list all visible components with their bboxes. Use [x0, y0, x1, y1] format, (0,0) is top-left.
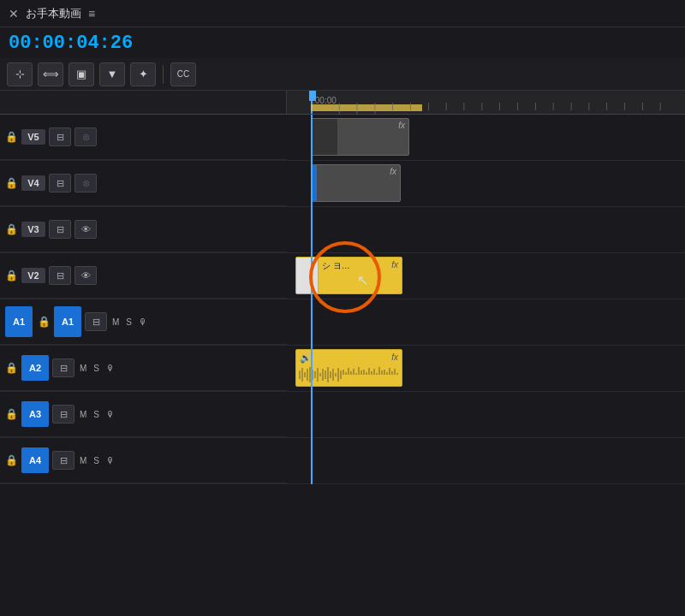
mute-btn-a4[interactable]: M — [78, 456, 88, 465]
track-label-a2: A2 — [21, 355, 49, 381]
eye-icon-v4: ⊗ — [82, 178, 90, 189]
playhead-line-a1 — [311, 299, 313, 346]
clip-thumb-v2 — [296, 258, 319, 293]
track-label-v5: V5 — [21, 129, 45, 145]
track-header-a1: A1 🔒 A1 ⊟ M S 🎙 — [0, 299, 287, 345]
track-header-v5: 🔒 V5 ⊟ ⊗ — [0, 115, 287, 160]
camera-btn-a2[interactable]: ⊟ — [52, 358, 74, 377]
eye-btn-v2[interactable]: 👁 — [74, 266, 97, 285]
flag-icon: ▼ — [107, 68, 118, 80]
track-row-v3: 🔒 V3 ⊟ 👁 — [0, 207, 685, 253]
playhead-line-a3 — [311, 392, 313, 438]
track-content-a2: 🔊 fx — [287, 346, 685, 391]
lock-icon-v5[interactable]: 🔒 — [5, 131, 18, 143]
title-bar: ✕ お手本動画 ≡ — [0, 0, 685, 27]
razor-tool-button[interactable]: ▣ — [68, 62, 94, 86]
solo-btn-a1[interactable]: S — [124, 317, 134, 327]
lock-icon-v2[interactable]: 🔒 — [5, 270, 18, 281]
camera-btn-v5[interactable]: ⊟ — [49, 127, 71, 146]
clip-v4[interactable]: fx — [311, 164, 401, 202]
timecode-display[interactable]: 00:00:04:26 — [9, 33, 133, 54]
camera-btn-v3[interactable]: ⊟ — [49, 220, 71, 239]
eye-btn-v5[interactable]: ⊗ — [74, 127, 97, 146]
solo-btn-a2[interactable]: S — [92, 364, 101, 373]
mic-btn-a2[interactable]: 🎙 — [104, 364, 116, 373]
wrench-tool-button[interactable]: ✦ — [130, 62, 156, 86]
eye-btn-v4[interactable]: ⊗ — [74, 174, 97, 192]
clip-v2[interactable]: シ ヨ… fx — [295, 257, 402, 294]
camera-icon-a4: ⊟ — [60, 455, 68, 466]
track-content-a1 — [287, 299, 685, 345]
solo-btn-a4[interactable]: S — [92, 456, 101, 465]
track-content-v3 — [287, 207, 685, 252]
lock-icon-v4[interactable]: 🔒 — [5, 177, 18, 189]
camera-icon-v5: ⊟ — [57, 132, 64, 143]
track-header-v2: 🔒 V2 ⊟ 👁 — [0, 253, 287, 299]
clip-fx-a2: fx — [391, 352, 398, 362]
track-content-a4 — [287, 438, 685, 483]
lock-icon-a3[interactable]: 🔒 — [5, 408, 18, 420]
playhead-line-v3 — [311, 207, 313, 253]
clip-v5[interactable]: fx — [311, 118, 409, 156]
track-row-v2: 🔒 V2 ⊟ 👁 シ ヨ… fx — [0, 253, 685, 299]
camera-btn-v2[interactable]: ⊟ — [49, 266, 71, 285]
razor-icon: ▣ — [76, 68, 86, 80]
mute-btn-a3[interactable]: M — [78, 410, 88, 419]
camera-icon-v2: ⊟ — [57, 270, 64, 281]
track-label-a4: A4 — [21, 447, 49, 473]
lock-icon-a4[interactable]: 🔒 — [5, 454, 18, 466]
toolbar: ⊹ ⟺ ▣ ▼ ✦ CC — [0, 58, 685, 91]
track-row-a3: 🔒 A3 ⊟ M S 🎙 — [0, 392, 685, 438]
select-icon: ⊹ — [15, 68, 25, 80]
track-label-a1-blue-right: A1 — [54, 306, 81, 337]
ripple-tool-button[interactable]: ⟺ — [38, 62, 63, 86]
menu-icon[interactable]: ≡ — [88, 7, 95, 21]
select-tool-button[interactable]: ⊹ — [7, 62, 33, 86]
lock-icon-a2[interactable]: 🔒 — [5, 362, 18, 374]
timeline: :00:00 | | | | | | | | | | | | | | | | |… — [0, 91, 685, 616]
clip-fx-v2: fx — [391, 260, 398, 270]
clip-fx-v5: fx — [398, 121, 405, 130]
camera-icon-a3: ⊟ — [60, 409, 68, 420]
track-row-a4: 🔒 A4 ⊟ M S 🎙 — [0, 438, 685, 484]
track-content-a3 — [287, 392, 685, 437]
clip-speaker-icon-a2: 🔊 — [300, 352, 312, 364]
solo-btn-a3[interactable]: S — [92, 410, 101, 419]
track-label-v2: V2 — [21, 268, 45, 283]
track-header-a4: 🔒 A4 ⊟ M S 🎙 — [0, 438, 287, 483]
clip-thumb-v5 — [312, 119, 337, 155]
camera-icon-v4: ⊟ — [57, 178, 64, 189]
waveform-a2 — [298, 365, 400, 384]
toolbar-separator — [163, 65, 164, 84]
camera-btn-a1[interactable]: ⊟ — [85, 312, 107, 331]
track-label-v3: V3 — [21, 222, 45, 237]
mute-btn-a2[interactable]: M — [78, 364, 88, 373]
track-header-v3: 🔒 V3 ⊟ 👁 — [0, 207, 287, 252]
mic-btn-a3[interactable]: 🎙 — [104, 410, 116, 419]
camera-btn-v4[interactable]: ⊟ — [49, 174, 71, 192]
camera-btn-a3[interactable]: ⊟ — [52, 405, 74, 424]
timecode-bar: 00:00:04:26 — [0, 27, 685, 58]
mic-btn-a1[interactable]: 🎙 — [137, 317, 149, 327]
close-button[interactable]: ✕ — [9, 7, 19, 21]
track-row-v4: 🔒 V4 ⊟ ⊗ fx — [0, 161, 685, 207]
wrench-icon: ✦ — [139, 68, 148, 80]
track-row-a2: 🔒 A2 ⊟ M S 🎙 🔊 fx — [0, 346, 685, 392]
eye-btn-v3[interactable]: 👁 — [74, 220, 97, 239]
track-content-v5: fx — [287, 115, 685, 160]
cc-tool-button[interactable]: CC — [170, 62, 196, 86]
lock-icon-a1[interactable]: 🔒 — [38, 316, 51, 328]
track-row-a1: A1 🔒 A1 ⊟ M S 🎙 — [0, 299, 685, 346]
camera-btn-a4[interactable]: ⊟ — [52, 451, 74, 470]
time-ruler[interactable]: :00:00 | | | | | | | | | | | | | | | | |… — [287, 91, 685, 114]
track-row-v5: 🔒 V5 ⊟ ⊗ fx — [0, 115, 685, 161]
clip-thumb-v4 — [312, 165, 317, 201]
flag-tool-button[interactable]: ▼ — [99, 62, 125, 86]
lock-icon-v3[interactable]: 🔒 — [5, 223, 18, 235]
track-header-v4: 🔒 V4 ⊟ ⊗ — [0, 161, 287, 206]
track-label-v4: V4 — [21, 175, 45, 191]
eye-icon-v3: 👁 — [81, 224, 91, 234]
clip-a2[interactable]: 🔊 fx — [295, 349, 402, 387]
mute-btn-a1[interactable]: M — [110, 317, 121, 327]
mic-btn-a4[interactable]: 🎙 — [104, 456, 116, 465]
